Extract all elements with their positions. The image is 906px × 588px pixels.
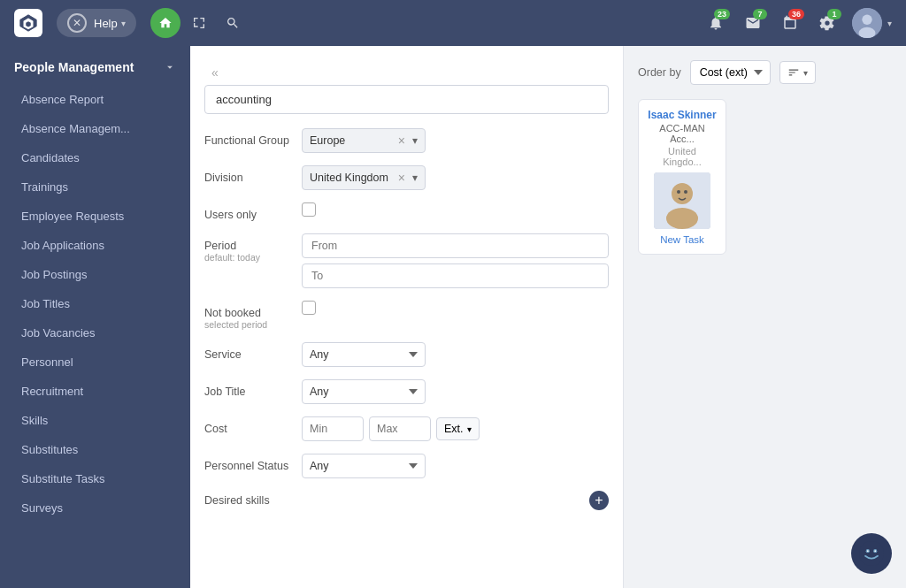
expand-button[interactable] (184, 8, 214, 38)
sort-chevron-icon: ▾ (803, 68, 808, 78)
sidebar-header: People Management (0, 53, 190, 85)
functional-group-row: Functional Group Europe × ▾ (204, 128, 609, 153)
help-button[interactable]: ✕ Help ▾ (57, 9, 136, 37)
sidebar-collapse-icon[interactable] (164, 61, 176, 73)
topbar: ✕ Help ▾ 23 7 36 1 (0, 0, 906, 46)
sidebar-item-substitute-tasks[interactable]: Substitute Tasks (0, 464, 190, 493)
sidebar-item-absence-report[interactable]: Absence Report (0, 85, 190, 114)
period-to-input[interactable] (302, 263, 609, 288)
division-select[interactable]: United Kingdom × ▾ (302, 165, 426, 190)
calendar-button[interactable]: 36 (774, 7, 806, 39)
sidebar-item-label: Substitute Tasks (21, 472, 104, 485)
person-photo (654, 172, 710, 229)
avatar-chevron-icon[interactable]: ▾ (887, 19, 892, 28)
sidebar-item-label: Recruitment (21, 385, 83, 398)
personnel-status-select[interactable]: Any (302, 454, 426, 478)
sidebar-item-personnel[interactable]: Personnel (0, 347, 190, 377)
chatbot-button[interactable] (851, 533, 892, 574)
app-logo[interactable] (14, 9, 42, 37)
person-role: ACC-MAN Acc... (648, 123, 717, 144)
person-location: United Kingdo... (648, 146, 717, 167)
users-only-label: Users only (204, 202, 293, 221)
collapse-panel-button[interactable]: « (204, 60, 609, 80)
search-button[interactable] (218, 8, 248, 38)
users-only-row: Users only (204, 202, 609, 221)
sidebar-item-substitutes[interactable]: Substitutes (0, 435, 190, 464)
messages-badge: 7 (753, 9, 767, 19)
division-chevron-icon: ▾ (412, 172, 418, 184)
sidebar-item-absence-management[interactable]: Absence Managem... (0, 114, 190, 143)
sidebar-item-label: Personnel (21, 355, 73, 369)
sidebar-item-recruitment[interactable]: Recruitment (0, 377, 190, 406)
cost-max-input[interactable] (369, 416, 431, 441)
division-clear-icon[interactable]: × (398, 171, 405, 185)
sidebar-item-job-postings[interactable]: Job Postings (0, 260, 190, 289)
cost-ext-button[interactable]: Ext. ▾ (436, 417, 480, 440)
not-booked-checkbox[interactable] (302, 301, 316, 315)
user-avatar[interactable] (852, 8, 882, 38)
person-card[interactable]: Isaac Skinner ACC-MAN Acc... United King… (638, 99, 726, 255)
period-sublabel: default: today (204, 252, 293, 263)
home-button[interactable] (150, 8, 180, 38)
main-layout: People Management Absence Report Absence… (0, 46, 906, 588)
sidebar: People Management Absence Report Absence… (0, 46, 190, 588)
division-value: United Kingdom (310, 172, 393, 184)
topbar-nav (150, 8, 248, 38)
sort-direction-button[interactable]: ▾ (779, 61, 816, 84)
functional-group-label: Functional Group (204, 128, 293, 147)
sidebar-item-label: Surveys (21, 501, 63, 515)
sidebar-item-label: Candidates (21, 151, 80, 164)
sidebar-item-surveys[interactable]: Surveys (0, 493, 190, 523)
sort-icon (787, 66, 800, 79)
sidebar-item-job-applications[interactable]: Job Applications (0, 231, 190, 260)
period-from-input[interactable] (302, 233, 609, 258)
service-select[interactable]: Any (302, 342, 426, 367)
personnel-status-label: Personnel Status (204, 454, 293, 472)
add-desired-skill-button[interactable]: + (589, 491, 609, 510)
svg-point-14 (867, 550, 869, 552)
sidebar-item-trainings[interactable]: Trainings (0, 172, 190, 202)
double-left-arrow-icon: « (211, 65, 219, 80)
svg-point-15 (874, 550, 876, 552)
period-row: Period default: today (204, 233, 609, 288)
sidebar-item-label: Trainings (21, 180, 68, 194)
sidebar-item-employee-requests[interactable]: Employee Requests (0, 202, 190, 231)
notifications-button[interactable]: 23 (700, 7, 732, 39)
sidebar-item-candidates[interactable]: Candidates (0, 143, 190, 172)
notifications-badge: 23 (714, 9, 730, 19)
topbar-icons: 23 7 36 1 ▾ (700, 7, 892, 39)
sidebar-item-skills[interactable]: Skills (0, 406, 190, 435)
svg-point-7 (672, 183, 693, 204)
job-title-select[interactable]: Any (302, 379, 426, 404)
cost-min-input[interactable] (302, 416, 364, 441)
functional-group-select[interactable]: Europe × ▾ (302, 128, 426, 153)
not-booked-label: Not booked selected period (204, 301, 293, 330)
sidebar-item-job-vacancies[interactable]: Job Vacancies (0, 318, 190, 347)
users-only-checkbox[interactable] (302, 202, 316, 217)
sidebar-item-label: Absence Report (21, 93, 104, 106)
division-row: Division United Kingdom × ▾ (204, 165, 609, 190)
desired-skills-row: Desired skills + (204, 491, 609, 510)
settings-button[interactable]: 1 (811, 7, 843, 39)
sidebar-item-job-titles[interactable]: Job Titles (0, 289, 190, 318)
new-task-link[interactable]: New Task (648, 234, 717, 245)
filter-panel: « Functional Group Europe × ▾ Division U… (190, 46, 624, 588)
sidebar-item-label: Job Applications (21, 239, 104, 252)
order-by-select[interactable]: Cost (ext) Name Rate Location (690, 60, 771, 85)
functional-group-clear-icon[interactable]: × (398, 134, 405, 148)
messages-button[interactable]: 7 (737, 7, 769, 39)
desired-skills-label: Desired skills (204, 494, 293, 507)
svg-point-11 (859, 541, 884, 566)
service-label: Service (204, 342, 293, 361)
cost-row: Cost Ext. ▾ (204, 416, 609, 441)
service-row: Service Any (204, 342, 609, 367)
not-booked-sublabel: selected period (204, 319, 293, 330)
search-input[interactable] (204, 85, 609, 114)
settings-badge: 1 (827, 9, 841, 19)
cost-ext-chevron-icon: ▾ (467, 424, 472, 434)
svg-point-9 (677, 190, 680, 194)
sidebar-item-label: Employee Requests (21, 210, 124, 223)
sidebar-item-label: Job Vacancies (21, 326, 96, 340)
content-toolbar: Order by Cost (ext) Name Rate Location ▾ (638, 60, 892, 85)
sidebar-item-label: Job Postings (21, 268, 87, 281)
